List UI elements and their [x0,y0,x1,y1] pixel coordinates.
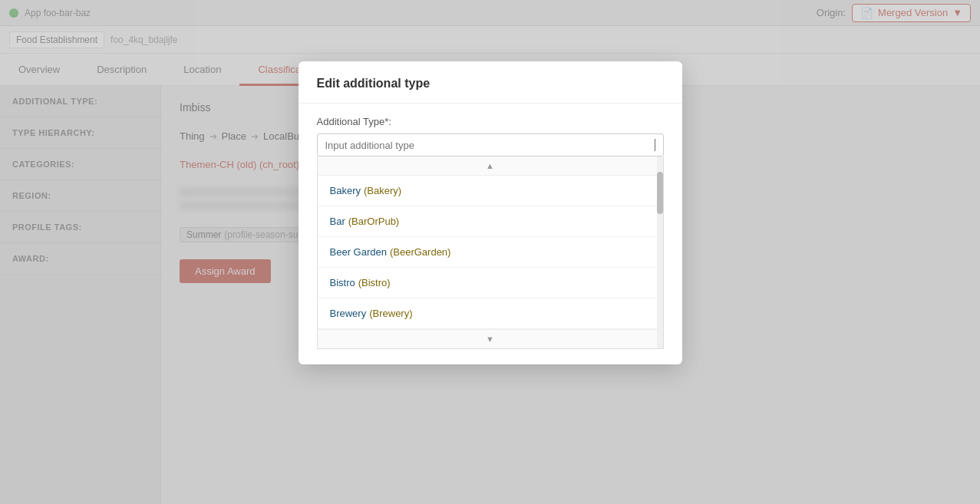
modal-body: Additional Type*: ▲ Bakery (Bakery) Bar … [299,104,682,364]
dropdown-item-brewery[interactable]: Brewery (Brewery) [318,298,663,329]
item-type-brewery: (Brewery) [369,308,412,319]
item-name-beer-garden: Beer Garden [330,246,387,258]
modal-overlay: Edit additional type Additional Type*: ▲… [0,0,980,504]
additional-type-input[interactable] [325,140,655,151]
dropdown-item-beer-garden[interactable]: Beer Garden (BeerGarden) [318,237,663,268]
scroll-up-arrow[interactable]: ▲ [318,156,663,176]
item-name-brewery: Brewery [330,308,367,319]
item-name-bakery: Bakery [330,185,361,196]
dropdown-item-bistro[interactable]: Bistro (Bistro) [318,268,663,298]
item-type-beer-garden: (BeerGarden) [390,246,450,258]
scroll-down-arrow[interactable]: ▼ [318,329,663,348]
dropdown-item-bar[interactable]: Bar (BarOrPub) [318,206,663,237]
dropdown-list: ▲ Bakery (Bakery) Bar (BarOrPub) Beer Ga… [317,156,664,349]
dropdown-item-bakery[interactable]: Bakery (Bakery) [318,176,663,206]
cursor-bar [655,139,655,151]
item-name-bistro: Bistro [330,277,355,288]
scrollbar-thumb[interactable] [657,172,663,214]
item-type-bistro: (Bistro) [358,277,391,288]
item-type-bar: (BarOrPub) [348,216,399,227]
scrollbar-track [657,156,663,348]
field-label: Additional Type*: [317,116,664,127]
modal-title: Edit additional type [317,77,664,91]
modal-header: Edit additional type [299,61,682,104]
edit-additional-type-modal: Edit additional type Additional Type*: ▲… [299,61,682,364]
item-name-bar: Bar [330,216,345,227]
item-type-bakery: (Bakery) [364,185,401,196]
search-input-wrapper[interactable] [317,133,664,156]
